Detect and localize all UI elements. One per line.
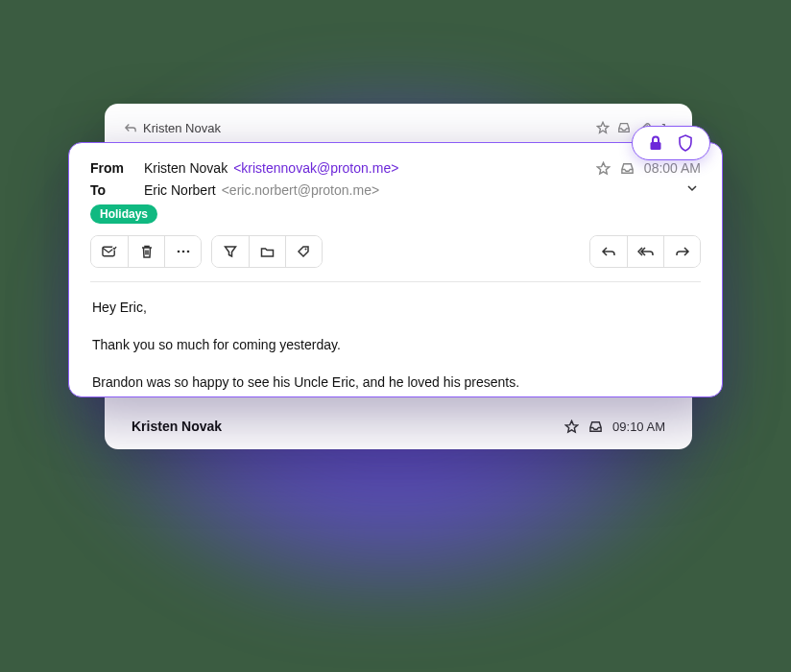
chevron-down-icon[interactable] — [685, 181, 699, 195]
message-card: From Kristen Novak <kristennovak@proton.… — [68, 142, 723, 397]
action-group-primary — [90, 235, 202, 268]
collapsed-message-row-bottom[interactable]: Kristen Novak 09:10 AM — [105, 403, 692, 449]
body-paragraph: Brandon was so happy to see his Uncle Er… — [92, 372, 699, 393]
star-icon[interactable] — [596, 121, 610, 134]
message-time: 08:00 AM — [644, 160, 701, 176]
label-tag[interactable]: Holidays — [90, 204, 157, 224]
security-badges — [632, 126, 710, 160]
to-name: Eric Norbert — [144, 182, 216, 198]
lock-icon — [648, 134, 663, 152]
message-toolbar — [90, 235, 701, 268]
to-row: To Eric Norbert <eric.norbert@proton.me> — [90, 181, 701, 199]
star-icon[interactable] — [596, 161, 611, 176]
collapsed-sender-bottom: Kristen Novak — [132, 419, 222, 434]
svg-point-4 — [181, 251, 184, 253]
reply-button[interactable] — [590, 236, 627, 267]
star-icon[interactable] — [564, 420, 579, 434]
more-button[interactable] — [164, 236, 201, 267]
forward-button[interactable] — [663, 236, 700, 267]
label-button[interactable] — [285, 236, 322, 267]
message-body: Hey Eric, Thank you so much for coming y… — [90, 282, 701, 393]
inbox-icon[interactable] — [588, 420, 603, 434]
folder-button[interactable] — [249, 236, 285, 267]
collapsed-time-bottom: 09:10 AM — [612, 420, 665, 434]
action-group-organize — [211, 235, 323, 268]
from-row: From Kristen Novak <kristennovak@proton.… — [90, 160, 701, 176]
to-label: To — [90, 182, 144, 198]
body-paragraph: Hey Eric, — [92, 298, 699, 318]
from-label: From — [90, 160, 144, 176]
labels-row: Holidays — [90, 204, 701, 224]
svg-point-3 — [177, 251, 180, 253]
svg-rect-0 — [651, 142, 661, 150]
mark-unread-button[interactable] — [91, 236, 128, 267]
reply-icon — [124, 122, 137, 133]
trash-button[interactable] — [128, 236, 164, 267]
body-paragraph: Thank you so much for coming yesterday. — [92, 335, 699, 355]
inbox-icon[interactable] — [617, 121, 631, 134]
to-email: <eric.norbert@proton.me> — [222, 182, 379, 198]
collapsed-message-row[interactable]: Kristen Novak Ja — [124, 117, 673, 138]
from-email: <kristennovak@proton.me> — [233, 160, 398, 176]
reply-all-button[interactable] — [627, 236, 663, 267]
action-group-respond — [589, 235, 701, 268]
collapsed-sender: Kristen Novak — [143, 121, 221, 135]
svg-point-5 — [186, 251, 189, 253]
inbox-icon[interactable] — [620, 161, 635, 176]
filter-button[interactable] — [212, 236, 249, 267]
shield-icon — [677, 133, 694, 153]
from-name: Kristen Novak — [144, 160, 228, 176]
svg-point-6 — [305, 248, 307, 250]
